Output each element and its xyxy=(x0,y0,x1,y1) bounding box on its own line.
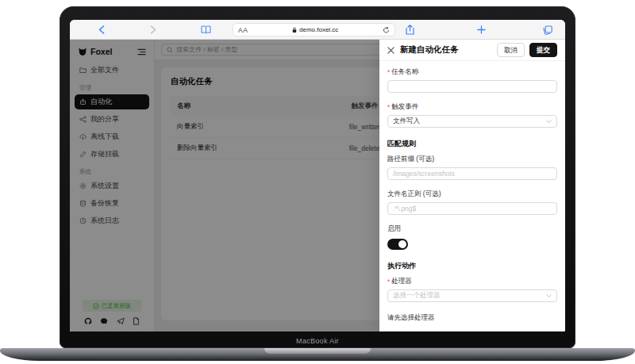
laptop-base xyxy=(0,348,635,361)
enabled-toggle[interactable] xyxy=(387,239,408,250)
toggle-knob xyxy=(398,240,406,248)
trigger-label: * 触发事件 xyxy=(387,102,557,112)
path-prefix-label: 路径前缀 (可选) xyxy=(387,155,557,164)
enabled-label: 启用 xyxy=(387,224,557,234)
drawer-body: * 任务名称 * 触发事件 文件写入 匹配规则 xyxy=(379,61,565,329)
forward-button[interactable] xyxy=(148,20,158,40)
lock-icon xyxy=(292,27,297,33)
filename-regex-field[interactable] xyxy=(387,202,557,215)
cancel-button[interactable]: 取消 xyxy=(497,43,525,57)
task-name-field[interactable] xyxy=(387,80,557,93)
submit-button[interactable]: 提交 xyxy=(529,43,557,57)
match-rules-section: 匹配规则 xyxy=(387,139,557,149)
tabs-icon[interactable] xyxy=(541,20,554,40)
processor-select[interactable]: 选择一个处理器 xyxy=(387,289,557,302)
actions-section: 执行动作 xyxy=(387,261,557,271)
device-label: MacBook Air xyxy=(60,337,575,345)
reader-button[interactable]: AA xyxy=(238,26,248,34)
filename-regex-label: 文件名正则 (可选) xyxy=(387,190,557,199)
drawer-mask[interactable] xyxy=(70,40,379,331)
address-bar[interactable]: AA demo.foxel.cc xyxy=(233,23,395,36)
laptop-lid: AA demo.foxel.cc xyxy=(60,6,575,348)
share-icon[interactable] xyxy=(404,20,415,40)
drawer-title: 新建自动化任务 xyxy=(400,44,497,56)
macbook-mockup: AA demo.foxel.cc xyxy=(0,0,635,364)
new-task-drawer: 新建自动化任务 取消 提交 * 任务名称 * 触发事件 xyxy=(379,40,565,331)
trigger-select[interactable]: 文件写入 xyxy=(387,115,557,128)
bookmarks-icon[interactable] xyxy=(199,20,212,40)
browser-toolbar: AA demo.foxel.cc xyxy=(70,20,565,40)
laptop-base-notch xyxy=(264,348,371,354)
foxel-app: Foxel 全部文件 管理 自动化 我的分享 xyxy=(70,40,565,331)
processor-helper-text: 请先选择处理器 xyxy=(387,313,557,323)
screen: AA demo.foxel.cc xyxy=(70,20,565,331)
reload-icon[interactable] xyxy=(383,23,390,37)
address-url: demo.foxel.cc xyxy=(248,26,383,33)
close-icon[interactable] xyxy=(387,47,394,54)
task-name-label: * 任务名称 xyxy=(387,67,557,77)
path-prefix-field[interactable] xyxy=(387,167,557,180)
chevron-down-icon xyxy=(546,120,552,124)
chevron-down-icon xyxy=(546,294,552,298)
processor-label: * 处理器 xyxy=(387,277,557,286)
drawer-header: 新建自动化任务 取消 提交 xyxy=(379,40,565,61)
back-button[interactable] xyxy=(97,20,106,40)
new-tab-icon[interactable] xyxy=(475,20,487,40)
